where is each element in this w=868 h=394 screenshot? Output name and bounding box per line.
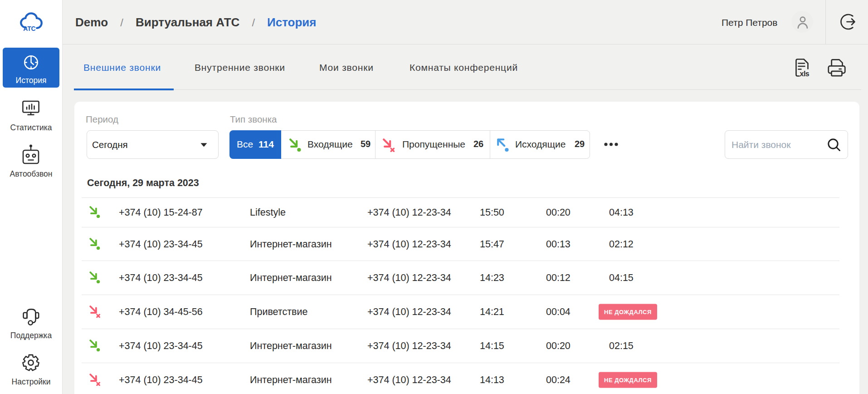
- svg-text:АТС: АТС: [23, 25, 35, 32]
- svg-text:xls: xls: [800, 70, 809, 78]
